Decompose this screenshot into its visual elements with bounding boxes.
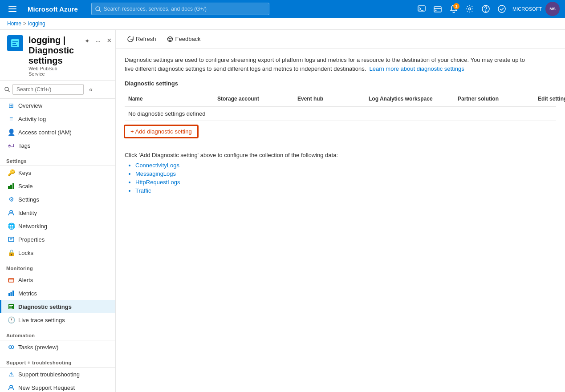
learn-more-link[interactable]: Learn more about diagnostic settings <box>369 65 464 72</box>
scale-icon <box>8 182 15 190</box>
page-subtitle: Web PubSub Service <box>28 66 74 77</box>
data-items-list: ConnectivityLogs MessagingLogs HttpReque… <box>135 162 556 194</box>
close-button[interactable]: × <box>104 35 114 46</box>
svg-rect-17 <box>12 43 16 44</box>
sidebar-item-label: Settings <box>18 196 39 203</box>
directory-icon[interactable] <box>431 2 445 16</box>
pin-button[interactable]: ✦ <box>83 36 92 45</box>
svg-point-41 <box>171 38 171 39</box>
sidebar-item-label: Diagnostic settings <box>18 303 72 310</box>
svg-point-9 <box>469 8 471 10</box>
svg-point-40 <box>169 38 169 39</box>
page-title: logging | Diagnostic settings <box>28 35 74 66</box>
diagnostic-settings-icon <box>8 303 15 310</box>
svg-rect-35 <box>9 307 12 307</box>
search-placeholder: Search resources, services, and docs (G+… <box>104 6 207 12</box>
sidebar-item-label: Locks <box>18 250 33 256</box>
add-button-container: + Add diagnostic setting <box>125 125 198 137</box>
top-navigation: Microsoft Azure Search resources, servic… <box>0 0 565 18</box>
svg-line-20 <box>8 90 10 92</box>
live-trace-icon: 🕐 <box>8 316 15 323</box>
table-header: Name Storage account Event hub Log Analy… <box>125 91 556 107</box>
sidebar-item-label: Networking <box>18 223 47 230</box>
overview-icon: ⊞ <box>8 102 15 109</box>
data-item-traffic: Traffic <box>135 187 556 194</box>
sidebar: logging | Diagnostic settings Web PubSub… <box>0 30 116 392</box>
content-body: Diagnostic settings are used to configur… <box>116 48 565 392</box>
sidebar-item-diagnostic-settings[interactable]: Diagnostic settings <box>0 300 115 313</box>
sidebar-item-properties[interactable]: Properties <box>0 233 115 246</box>
svg-rect-0 <box>8 6 16 7</box>
breadcrumb: Home > logging <box>0 18 565 30</box>
sidebar-item-label: Tasks (preview) <box>18 344 58 351</box>
sidebar-item-label: Live trace settings <box>18 317 65 323</box>
nav-icons: 1 MICROSOFT MS <box>415 2 560 16</box>
sidebar-item-alerts[interactable]: Alerts <box>0 273 115 287</box>
feedback-icon[interactable] <box>495 2 509 16</box>
sidebar-item-overview[interactable]: ⊞ Overview <box>0 99 115 112</box>
help-icon[interactable] <box>479 2 493 16</box>
username-label: MICROSOFT <box>512 6 542 12</box>
svg-rect-16 <box>12 41 18 42</box>
sidebar-item-identity[interactable]: Identity <box>0 206 115 219</box>
breadcrumb-sep: > <box>23 20 26 27</box>
sidebar-item-metrics[interactable]: Metrics <box>0 287 115 300</box>
cloud-shell-icon[interactable] <box>415 2 429 16</box>
sidebar-item-tags[interactable]: 🏷 Tags <box>0 139 115 152</box>
sidebar-search-container: « <box>0 81 115 99</box>
add-diagnostic-button[interactable]: + Add diagnostic setting <box>125 125 198 137</box>
sidebar-item-support-troubleshooting[interactable]: ⚠ Support troubleshooting <box>0 368 115 381</box>
sidebar-item-activity-log[interactable]: ≡ Activity log <box>0 112 115 125</box>
svg-point-11 <box>485 11 486 12</box>
activity-log-icon: ≡ <box>8 115 15 122</box>
sidebar-item-iam[interactable]: 👤 Access control (IAM) <box>0 125 115 139</box>
data-item-messaging: MessagingLogs <box>135 170 556 177</box>
notification-count: 1 <box>453 3 459 9</box>
locks-icon: 🔒 <box>8 249 15 256</box>
section-title: Diagnostic settings <box>125 80 556 87</box>
col-storage: Storage account <box>214 94 294 104</box>
svg-rect-2 <box>8 11 16 12</box>
hamburger-menu-icon[interactable] <box>5 2 20 16</box>
sidebar-item-label: Properties <box>18 236 45 243</box>
sidebar-item-label: Support troubleshooting <box>18 371 80 378</box>
identity-icon <box>8 209 15 216</box>
sidebar-item-settings[interactable]: ⚙ Settings <box>0 193 115 206</box>
sidebar-item-label: Tags <box>18 142 30 149</box>
avatar[interactable]: MS <box>545 2 560 16</box>
notifications-icon[interactable]: 1 <box>447 2 461 16</box>
sidebar-collapse-button[interactable]: « <box>86 85 95 94</box>
sidebar-item-label: Alerts <box>18 277 33 283</box>
resource-icon <box>7 35 23 51</box>
sidebar-item-live-trace[interactable]: 🕐 Live trace settings <box>0 313 115 327</box>
global-search[interactable]: Search resources, services, and docs (G+… <box>91 3 269 15</box>
svg-rect-32 <box>12 291 14 296</box>
svg-rect-23 <box>12 183 14 189</box>
refresh-button[interactable]: Refresh <box>123 33 161 44</box>
svg-rect-36 <box>9 308 12 309</box>
main-area: logging | Diagnostic settings Web PubSub… <box>0 30 565 392</box>
sidebar-item-networking[interactable]: 🌐 Networking <box>0 219 115 233</box>
sidebar-item-new-support-request[interactable]: New Support Request <box>0 381 115 392</box>
monitoring-section-header: Monitoring <box>0 261 115 273</box>
sidebar-item-locks[interactable]: 🔒 Locks <box>0 246 115 259</box>
brand-name: Microsoft Azure <box>28 5 78 13</box>
sidebar-item-label: Metrics <box>18 290 37 297</box>
sidebar-item-label: Activity log <box>18 116 46 122</box>
support-icon: ⚠ <box>8 371 15 378</box>
svg-rect-30 <box>8 293 10 296</box>
breadcrumb-current[interactable]: logging <box>28 20 45 27</box>
sidebar-search-input[interactable] <box>12 84 84 95</box>
settings-icon[interactable] <box>463 2 477 16</box>
sidebar-item-scale[interactable]: Scale <box>0 179 115 193</box>
svg-point-3 <box>96 7 100 11</box>
sidebar-item-keys[interactable]: 🔑 Keys <box>0 166 115 179</box>
col-event-hub: Event hub <box>294 94 365 104</box>
sidebar-nav: ⊞ Overview ≡ Activity log 👤 Access contr… <box>0 99 115 392</box>
svg-rect-1 <box>8 8 16 9</box>
feedback-button[interactable]: Feedback <box>163 33 205 44</box>
svg-point-8 <box>435 10 437 11</box>
sidebar-item-tasks[interactable]: Tasks (preview) <box>0 340 115 354</box>
more-button[interactable]: ··· <box>93 36 102 45</box>
breadcrumb-home[interactable]: Home <box>7 20 21 27</box>
